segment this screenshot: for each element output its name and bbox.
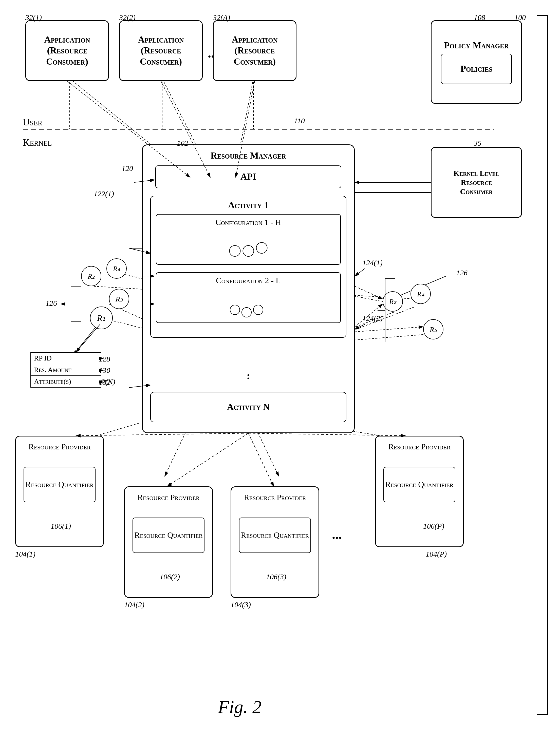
ref-35: 35 [474,139,481,147]
ref-100: 100 [514,13,526,22]
config1-title: Configuration 1 - H [156,217,340,228]
rp-p-q-label: Resource Quantifier [385,479,454,490]
app3-label: Application [231,34,277,45]
svg-line-33 [76,433,248,436]
rp-id-row: RP ID [31,353,101,364]
activity-n-title: Activity N [227,401,270,412]
kernel-rc-line3: Consumer [460,187,492,196]
svg-line-47 [355,327,423,332]
policy-manager-label: Policy Manager [444,40,509,51]
ref-126-left: 126 [46,299,57,308]
rp-box-1: Resource Provider Resource Quantifier [15,436,104,547]
svg-line-51 [355,268,365,276]
app3-label2: (Resource [234,45,275,56]
svg-line-45 [355,286,383,299]
ref-104-p: 104(P) [426,550,447,558]
ref-122-1: 122(1) [94,189,114,198]
config1-box: Configuration 1 - H [156,214,341,265]
policies-label: Policies [461,63,492,74]
ref-104-1: 104(1) [15,550,36,558]
kernel-rc-line1: Kernel Level [454,169,499,178]
ref-126-right: 126 [456,268,468,277]
app-box-a: Application (Resource Consumer) [213,20,297,81]
rp-box-3: Resource Provider Resource Quantifier [230,486,319,598]
r3-circle: R₃ [109,289,129,309]
ref-32-1: 32(1) [25,13,42,22]
ref-32-2: 32(2) [119,13,136,22]
ref-104-3: 104(3) [230,600,251,609]
figure-label: Fig. 2 [218,697,261,718]
ref-110: 110 [294,117,305,125]
rp-p-quantifier: Resource Quantifier [383,467,455,502]
activity-n-box: Activity N [150,392,346,422]
rp1-q-label: Resource Quantifier [26,479,94,490]
ref-124-1: 124(1) [362,258,383,267]
r4-circle-right: R₄ [411,284,431,304]
app2-label2: (Resource [141,45,181,56]
ref-104-2: 104(2) [124,600,144,609]
config2-title: Configuration 2 - L [156,275,340,286]
ref-124-2: 124(2) [362,314,383,323]
ellipsis-rp: ... [332,527,342,542]
ref-102: 102 [177,139,188,147]
app2-label: Application [138,34,184,45]
rp-box-p: Resource Provider Resource Quantifier [375,436,464,547]
rp1-title1: Resource Provider [28,442,90,452]
ref-130: 130 [99,366,110,375]
ref-32-a: 32(A) [213,13,230,22]
app3-label3: Consumer) [233,56,276,67]
activity1-title: Activity 1 [151,200,346,211]
rp2-q-label: Resource Quantifier [135,530,203,540]
app1-label: Application [44,34,90,45]
r2-circle-left: R₂ [81,266,101,286]
app1-label2: (Resource [47,45,87,56]
rp2-title1: Resource Provider [137,492,200,503]
diagram: Application (Resource Consumer) 32(1) Ap… [0,0,560,743]
ref-120: 120 [122,164,133,173]
rp-id-table: RP ID Res. Amount Attribute(s) [31,352,101,388]
svg-line-52 [355,324,365,329]
rp-box-2: Resource Provider Resource Quantifier [124,486,213,598]
svg-line-34 [167,433,248,486]
svg-line-35 [248,433,274,486]
api-label: API [241,171,256,182]
rp-p-title1: Resource Provider [388,442,450,452]
ref-106-2: 106(2) [160,572,180,581]
kernel-rc-line2: Resource [461,178,492,187]
ref-108: 108 [474,13,485,22]
rp1-quantifier: Resource Quantifier [24,467,95,502]
kernel-level-rc-box: Kernel Level Resource Consumer [431,147,522,218]
user-label: User [23,117,42,128]
ref-106-1: 106(1) [51,522,71,530]
activity1-box: Activity 1 Configuration 1 - H [150,196,346,338]
rp3-q-label: Resource Quantifier [241,530,309,540]
r5-circle: R₅ [423,319,443,340]
app2-label3: Consumer) [140,56,182,67]
rp3-title1: Resource Provider [244,492,306,503]
r4-circle-left: R₄ [106,258,127,279]
resource-manager-box: Resource Manager API Activity 1 Configur… [142,144,355,433]
ref-106-p: 106(P) [423,522,444,530]
attributes-row: Attribute(s) [31,376,101,387]
rp2-quantifier: Resource Quantifier [132,518,205,553]
policy-manager-box: Policy Manager Policies [431,20,522,104]
api-box: API [155,165,341,188]
config2-box: Configuration 2 - L [156,272,341,323]
r1-circle: R₁ [90,307,113,329]
svg-line-36 [248,433,405,436]
app-box-2: Application (Resource Consumer) [119,20,203,81]
resource-manager-title: Resource Manager [143,150,354,161]
ref-128: 128 [99,355,110,363]
app-box-1: Application (Resource Consumer) [25,20,109,81]
colon-separator: : [247,370,250,382]
kernel-label: Kernel [23,137,52,148]
svg-line-58 [76,324,100,352]
rp3-quantifier: Resource Quantifier [239,518,311,553]
res-amount-row: Res. Amount [31,364,101,376]
ref-106-3: 106(3) [266,572,286,581]
app1-label3: Consumer) [46,56,88,67]
r2-circle-right: R₂ [383,291,403,312]
ref-132: 132 [99,378,110,387]
